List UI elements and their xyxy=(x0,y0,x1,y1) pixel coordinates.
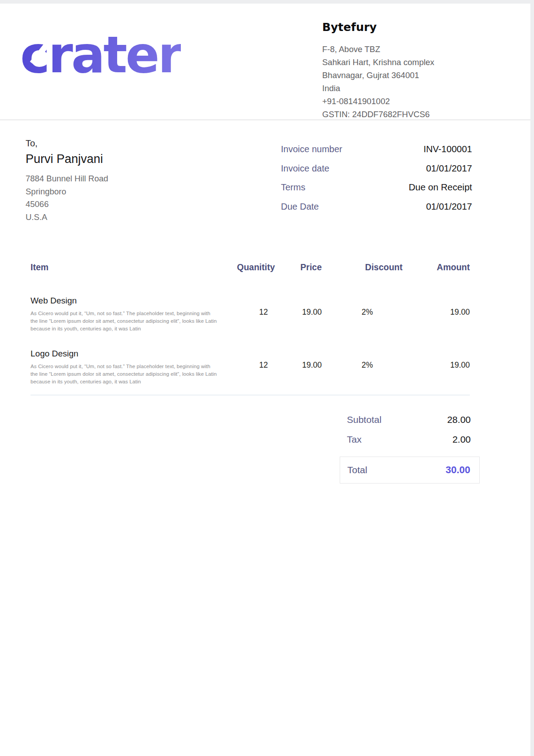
item-discount: 2% xyxy=(322,333,403,395)
invoice-date-value: 01/01/2017 xyxy=(426,163,472,174)
items-table-header-row: Item Quanitity Price Discount Amount xyxy=(31,262,470,280)
customer-address-line: Springboro xyxy=(26,185,281,198)
company-address-line: Sahkari Hart, Krishna complex xyxy=(322,56,473,69)
subtotal-row: Subtotal 28.00 xyxy=(340,414,480,425)
tax-row: Tax 2.00 xyxy=(340,434,480,445)
customer-address-line: U.S.A xyxy=(26,211,281,224)
total-value: 30.00 xyxy=(446,464,470,476)
due-date-row: Due Date 01/01/2017 xyxy=(281,201,472,220)
company-gstin: GSTIN: 24DDF7682FHVCS6 xyxy=(322,108,473,121)
invoice-date-label: Invoice date xyxy=(281,163,329,174)
tax-label: Tax xyxy=(347,434,362,445)
company-name: Bytefury xyxy=(322,21,473,34)
invoice-header: crater Bytefury F-8, Above TBZ Sahkari H… xyxy=(0,4,530,120)
item-description: As Cicero would put it, “Um, not so fast… xyxy=(31,310,218,333)
crater-logo-text: crater xyxy=(20,30,181,80)
item-amount: 19.00 xyxy=(403,333,470,395)
bill-to-block: To, Purvi Panjvani 7884 Bunnel Hill Road… xyxy=(26,138,281,224)
item-price: 19.00 xyxy=(268,280,322,333)
invoice-number-row: Invoice number INV-100001 xyxy=(281,144,472,163)
item-cell: Logo Design As Cicero would put it, “Um,… xyxy=(31,333,237,395)
invoice-meta-block: Invoice number INV-100001 Invoice date 0… xyxy=(281,138,472,224)
subtotal-value: 28.00 xyxy=(447,414,471,425)
billing-section: To, Purvi Panjvani 7884 Bunnel Hill Road… xyxy=(0,120,530,224)
terms-label: Terms xyxy=(281,182,305,193)
total-label: Total xyxy=(347,465,367,475)
item-discount: 2% xyxy=(322,280,403,333)
invoice-number-label: Invoice number xyxy=(281,144,342,154)
column-header-item: Item xyxy=(31,262,237,280)
item-row: Web Design As Cicero would put it, “Um, … xyxy=(31,280,470,333)
column-header-price: Price xyxy=(268,262,322,280)
column-header-discount: Discount xyxy=(322,262,403,280)
items-table: Item Quanitity Price Discount Amount Web… xyxy=(31,262,470,396)
item-name: Logo Design xyxy=(31,349,237,359)
column-header-quantity: Quanitity xyxy=(237,262,268,280)
totals-section: Subtotal 28.00 Tax 2.00 Total 30.00 xyxy=(340,414,480,483)
invoice-date-row: Invoice date 01/01/2017 xyxy=(281,163,472,182)
company-phone: +91-08141901002 xyxy=(322,95,473,108)
due-date-label: Due Date xyxy=(281,202,319,212)
company-address-line: India xyxy=(322,82,473,95)
item-quantity: 12 xyxy=(237,280,268,333)
item-cell: Web Design As Cicero would put it, “Um, … xyxy=(31,280,237,333)
tax-value: 2.00 xyxy=(452,434,471,445)
item-description: As Cicero would put it, “Um, not so fast… xyxy=(31,363,218,386)
bill-to-label: To, xyxy=(26,138,281,149)
total-box: Total 30.00 xyxy=(340,457,480,483)
item-name: Web Design xyxy=(31,296,237,306)
customer-name: Purvi Panjvani xyxy=(26,152,281,166)
company-address-line: Bhavnagar, Gujrat 364001 xyxy=(322,69,473,82)
crater-logo: crater xyxy=(20,30,181,80)
item-quantity: 12 xyxy=(237,333,268,395)
terms-row: Terms Due on Receipt xyxy=(281,182,472,201)
column-header-amount: Amount xyxy=(403,262,470,280)
terms-value: Due on Receipt xyxy=(409,182,472,193)
company-info: Bytefury F-8, Above TBZ Sahkari Hart, Kr… xyxy=(322,17,473,121)
due-date-value: 01/01/2017 xyxy=(426,201,472,212)
subtotal-label: Subtotal xyxy=(347,414,381,425)
invoice-number-value: INV-100001 xyxy=(424,144,472,154)
invoice-page: crater Bytefury F-8, Above TBZ Sahkari H… xyxy=(0,4,530,756)
company-address-line: F-8, Above TBZ xyxy=(322,43,473,56)
item-row: Logo Design As Cicero would put it, “Um,… xyxy=(31,333,470,395)
logo-cut-decoration-r xyxy=(191,50,210,72)
item-amount: 19.00 xyxy=(403,280,470,333)
customer-address-line: 7884 Bunnel Hill Road xyxy=(26,172,281,185)
customer-address-line: 45066 xyxy=(26,198,281,211)
item-price: 19.00 xyxy=(268,333,322,395)
